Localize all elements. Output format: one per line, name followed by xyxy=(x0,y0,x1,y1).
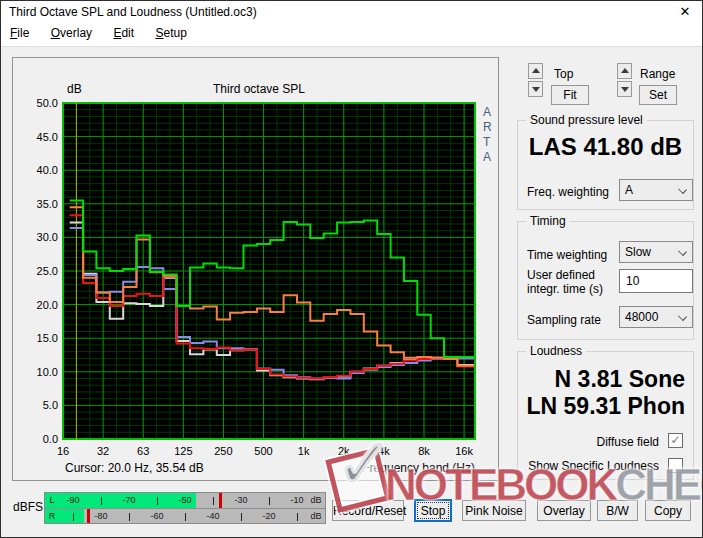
y-tick-label: 30.0 xyxy=(37,231,58,243)
x-tick-label: 16 xyxy=(57,445,69,457)
sampling-rate-label: Sampling rate xyxy=(527,313,601,327)
y-tick-label: 25.0 xyxy=(37,265,58,277)
menu-setup[interactable]: Setup xyxy=(146,23,195,43)
pink-noise-button[interactable]: Pink Noise xyxy=(462,500,526,521)
spl-chart-panel[interactable]: dBThird octave SPL50.045.040.035.030.025… xyxy=(12,57,499,481)
meter-tick xyxy=(213,497,214,505)
timing-group: Timing Time weighting Slow User defined … xyxy=(517,221,694,340)
meter-scale-label: R xyxy=(49,509,56,523)
y-tick-label: 15.0 xyxy=(37,332,58,344)
integr-time-label-line1: User defined xyxy=(527,268,595,282)
sampling-rate-select[interactable]: 48000 xyxy=(619,306,693,328)
down-arrow-icon xyxy=(621,87,629,92)
record-reset-button[interactable]: Record/Reset xyxy=(332,500,404,521)
overlay-button[interactable]: Overlay xyxy=(537,500,591,521)
bw-button[interactable]: B/W xyxy=(597,500,638,521)
loudness-sone-value: N 3.81 Sone xyxy=(555,366,685,393)
range-spin-down-button[interactable] xyxy=(617,81,632,97)
meter-peak-indicator xyxy=(219,493,222,508)
time-weighting-label: Time weighting xyxy=(527,248,607,262)
meter-scale-label: -40 xyxy=(206,509,219,523)
menu-overlay[interactable]: Overlay xyxy=(42,23,101,43)
loudness-group-title: Loudness xyxy=(526,344,586,358)
app-window: Third Octave SPL and Loudness (Untitled.… xyxy=(0,0,703,538)
top-label: Top xyxy=(554,67,573,81)
y-tick-label: 35.0 xyxy=(37,198,58,210)
loudness-phon-value: LN 59.31 Phon xyxy=(527,393,685,420)
top-spin-down-button[interactable] xyxy=(528,81,543,97)
timing-group-title: Timing xyxy=(526,214,570,228)
meter-scale-label: -20 xyxy=(262,509,275,523)
meter-scale-label: dB xyxy=(310,493,321,508)
menu-edit[interactable]: Edit xyxy=(104,23,143,43)
y-tick-label: 0.0 xyxy=(43,433,58,445)
level-meter-right: R-80-60-40-20dB xyxy=(45,508,325,523)
range-label: Range xyxy=(640,67,675,81)
show-specific-loudness-label: Show Specific Loudness xyxy=(528,459,659,473)
menu-bar: File Overlay Edit Setup xyxy=(1,23,702,47)
loudness-group: Loudness N 3.81 Sone LN 59.31 Phon Diffu… xyxy=(517,351,694,480)
meter-scale-label: -80 xyxy=(94,509,107,523)
title-bar: Third Octave SPL and Loudness (Untitled.… xyxy=(1,1,702,23)
x-tick-label: 4k xyxy=(378,445,390,457)
spl-value: LAS 41.80 dB xyxy=(518,133,693,161)
sampling-rate-value: 48000 xyxy=(625,310,658,324)
y-tick-label: 45.0 xyxy=(37,131,58,143)
meter-scale-label: -50 xyxy=(178,493,191,508)
x-tick-label: 250 xyxy=(214,445,232,457)
freq-weighting-select[interactable]: A xyxy=(619,179,693,201)
chevron-down-icon xyxy=(679,248,686,255)
range-spin-up-button[interactable] xyxy=(617,63,632,79)
meter-tick xyxy=(241,513,242,521)
show-specific-loudness-checkbox[interactable] xyxy=(668,458,683,473)
meter-tick xyxy=(101,497,102,505)
meter-scale-label: -30 xyxy=(234,493,247,508)
x-tick-label: 2k xyxy=(338,445,350,457)
meter-scale-label: -90 xyxy=(66,493,79,508)
meter-scale-label: L xyxy=(49,493,54,508)
y-tick-label: 5.0 xyxy=(43,399,58,411)
spl-group: Sound pressure level LAS 41.80 dB Freq. … xyxy=(517,120,694,210)
arta-watermark: T xyxy=(483,135,491,149)
menu-file[interactable]: File xyxy=(1,23,38,43)
freq-weighting-value: A xyxy=(625,183,633,197)
meter-scale-label: -60 xyxy=(150,509,163,523)
x-tick-label: 63 xyxy=(137,445,149,457)
freq-weighting-label: Freq. weighting xyxy=(527,185,609,199)
diffuse-field-checkbox[interactable]: ✓ xyxy=(668,433,683,448)
dbfs-label: dBFS xyxy=(13,500,43,514)
chevron-down-icon xyxy=(679,313,686,320)
y-tick-label: 20.0 xyxy=(37,299,58,311)
close-icon[interactable]: ✕ xyxy=(677,4,693,20)
arta-watermark: A xyxy=(483,105,491,119)
integr-time-input[interactable]: 10 xyxy=(619,269,693,293)
chart-title: Third octave SPL xyxy=(213,82,305,96)
meter-peak-indicator xyxy=(87,509,90,523)
x-tick-label: 1k xyxy=(298,445,310,457)
x-axis-label: Frequency band (Hz) xyxy=(362,461,475,475)
x-tick-label: 500 xyxy=(254,445,272,457)
level-meter: L-90-70-50-30-10dB R-80-60-40-20dB xyxy=(44,492,326,524)
fit-button[interactable]: Fit xyxy=(551,85,589,105)
set-button[interactable]: Set xyxy=(639,85,677,105)
meter-scale-label: -10 xyxy=(290,493,303,508)
meter-tick xyxy=(73,513,74,521)
cursor-readout: Cursor: 20.0 Hz, 35.54 dB xyxy=(65,461,204,475)
up-arrow-icon xyxy=(621,68,629,73)
top-spin-up-button[interactable] xyxy=(528,63,543,79)
x-tick-label: 16k xyxy=(455,445,473,457)
arta-watermark: A xyxy=(483,150,491,164)
y-tick-label: 40.0 xyxy=(37,164,58,176)
copy-button[interactable]: Copy xyxy=(645,500,691,521)
meter-tick xyxy=(157,497,158,505)
time-weighting-select[interactable]: Slow xyxy=(619,241,693,263)
chevron-down-icon xyxy=(679,186,686,193)
integr-time-label-line2: integr. time (s) xyxy=(527,282,603,296)
time-weighting-value: Slow xyxy=(625,245,651,259)
spl-chart[interactable]: dBThird octave SPL50.045.040.035.030.025… xyxy=(13,58,498,480)
x-tick-label: 125 xyxy=(174,445,192,457)
meter-scale-label: dB xyxy=(310,509,321,523)
arta-watermark: R xyxy=(483,120,492,134)
meter-tick xyxy=(297,513,298,521)
stop-button[interactable]: Stop xyxy=(414,499,452,522)
